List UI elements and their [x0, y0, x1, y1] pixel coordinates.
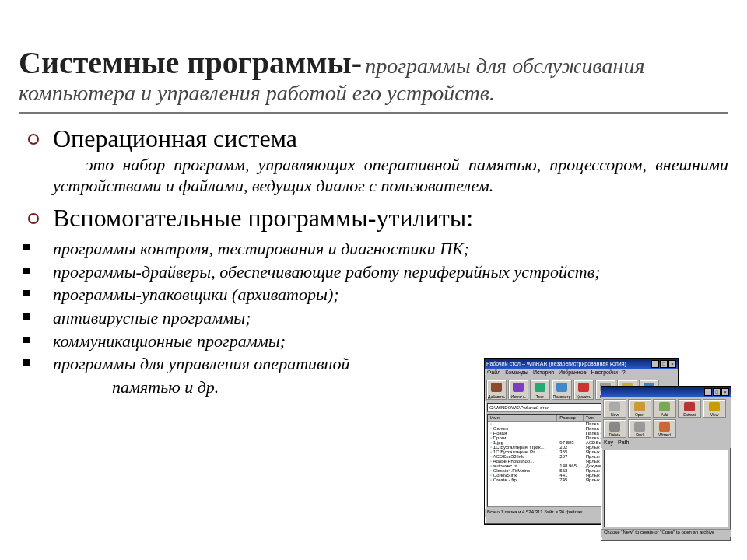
- slide-heading: Системные программы- программы для обслу…: [19, 45, 728, 106]
- sub-item: программы контроля, тестирования и диагн…: [19, 237, 728, 261]
- tool-new-icon: New: [603, 399, 626, 418]
- tool-view-icon: View: [703, 399, 726, 418]
- menu-item: Файл: [487, 369, 500, 378]
- tool-find-icon: Find: [628, 419, 651, 438]
- tool-open-icon: Open: [628, 399, 651, 418]
- tab-item: Path: [618, 439, 629, 448]
- winrar-menubar: Файл Команды История Избранное Настройки…: [485, 369, 678, 378]
- menu-item: Команды: [505, 369, 528, 378]
- sub-bullet-list: программы контроля, тестирования и диагн…: [19, 237, 728, 376]
- winrar-title: Рабочий стол – WinRAR (незарегистрирован…: [486, 359, 626, 369]
- tool-view-icon: Просмотр: [552, 380, 572, 400]
- heading-bold: Системные программы-: [19, 45, 362, 80]
- maximize-icon: □: [660, 360, 668, 368]
- minimize-icon: _: [651, 360, 659, 368]
- bullet-os-title: Операционная система: [53, 124, 728, 153]
- winrar-titlebar: Рабочий стол – WinRAR (незарегистрирован…: [485, 359, 678, 369]
- menu-item: Избранное: [559, 369, 586, 378]
- tool-test-icon: Тест: [530, 380, 550, 400]
- tool-extract-icon: Извлечь: [508, 380, 528, 400]
- maximize-icon: □: [713, 388, 721, 396]
- col-header: Имя: [488, 415, 557, 421]
- archiver-tabs: Key Path: [601, 439, 731, 448]
- close-icon: ×: [668, 360, 676, 368]
- archiver-status: Choose "New" to create or "Open" to open…: [601, 529, 731, 537]
- embedded-screenshots: Рабочий стол – WinRAR (незарегистрирован…: [484, 358, 733, 544]
- bullet-utilities-title: Вспомогательные программы-утилиты:: [53, 204, 728, 233]
- bullet-utilities: Вспомогательные программы-утилиты:: [19, 204, 728, 233]
- menu-item: Настройки: [591, 369, 618, 378]
- tool-delete-icon: Delete: [603, 419, 626, 438]
- sub-item: программы-драйверы, обеспечивающие работ…: [19, 261, 728, 284]
- tool-wizard-icon: Wizard: [653, 419, 676, 438]
- archiver-toolbar: New Open Add Extract View Delete Find Wi…: [601, 397, 731, 439]
- sub-item: коммуникационные программы;: [19, 330, 728, 353]
- list-cell: 745: [557, 478, 583, 482]
- bullet-list: Операционная система это набор программ,…: [19, 124, 728, 233]
- minimize-icon: _: [704, 388, 712, 396]
- menu-item: История: [533, 369, 554, 378]
- archiver-pane: [604, 450, 728, 527]
- archiver-titlebar: _ □ ×: [601, 387, 731, 397]
- tool-add-icon: Add: [653, 399, 676, 418]
- tab-item: Key: [604, 439, 613, 448]
- heading-rule: [19, 112, 728, 114]
- archiver-window: _ □ × New Open Add Extract View Delete F…: [601, 386, 731, 541]
- list-cell: Create - ftp: [488, 478, 557, 482]
- menu-item: ?: [622, 369, 626, 378]
- tool-delete-icon: Удалить: [573, 380, 594, 400]
- bullet-os: Операционная система это набор программ,…: [19, 124, 728, 196]
- close-icon: ×: [721, 388, 729, 396]
- tool-extract-icon: Extract: [678, 399, 701, 418]
- sub-item: программы-упаковщики (архиваторы);: [19, 283, 728, 306]
- col-header: Размер: [557, 415, 583, 421]
- bullet-os-body: это набор программ, управляющих оператив…: [53, 155, 728, 196]
- tool-add-icon: Добавить: [486, 380, 507, 400]
- sub-item: антивирусные программы;: [19, 306, 728, 330]
